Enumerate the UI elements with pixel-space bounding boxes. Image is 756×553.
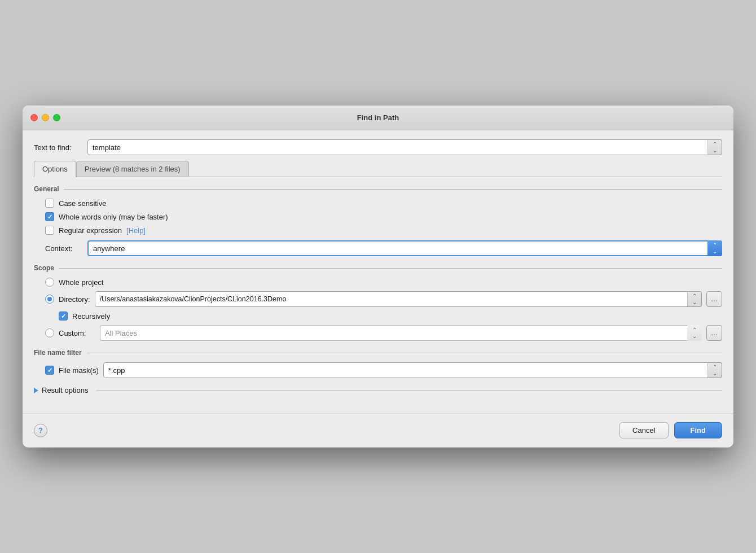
case-sensitive-checkbox[interactable] bbox=[45, 199, 54, 208]
file-mask-row: File mask(s) bbox=[45, 362, 722, 378]
find-input[interactable] bbox=[87, 139, 722, 155]
cancel-button[interactable]: Cancel bbox=[619, 422, 668, 438]
recursively-checkbox[interactable] bbox=[59, 311, 68, 321]
directory-row: Directory: … bbox=[45, 291, 722, 307]
custom-radio[interactable] bbox=[45, 328, 54, 337]
result-options-row[interactable]: Result options bbox=[34, 386, 722, 394]
scope-header: Scope bbox=[34, 264, 722, 272]
custom-select[interactable]: All Places bbox=[100, 325, 702, 341]
result-options-triangle[interactable] bbox=[34, 388, 38, 393]
case-sensitive-label: Case sensitive bbox=[59, 199, 107, 208]
context-label: Context: bbox=[45, 244, 82, 253]
file-mask-checkbox[interactable] bbox=[45, 366, 54, 375]
find-input-wrapper bbox=[87, 139, 722, 155]
whole-project-label: Whole project bbox=[59, 278, 103, 287]
find-label: Text to find: bbox=[34, 143, 82, 152]
whole-project-radio[interactable] bbox=[45, 278, 54, 287]
directory-browse-button[interactable]: … bbox=[706, 291, 722, 307]
custom-label: Custom: bbox=[59, 329, 95, 337]
context-row: Context: anywhere bbox=[45, 240, 722, 256]
help-button[interactable]: ? bbox=[34, 424, 47, 437]
whole-words-row: Whole words only (may be faster) bbox=[45, 212, 722, 221]
custom-spinner[interactable] bbox=[687, 325, 702, 341]
dir-spinner[interactable] bbox=[687, 291, 702, 307]
file-filter-title: File name filter bbox=[34, 349, 82, 357]
directory-input[interactable] bbox=[95, 291, 702, 307]
mask-input-wrapper bbox=[103, 362, 722, 378]
context-select[interactable]: anywhere bbox=[87, 240, 722, 256]
find-input-spinner[interactable] bbox=[707, 139, 722, 155]
minimize-button[interactable] bbox=[42, 114, 49, 121]
whole-words-checkbox[interactable] bbox=[45, 212, 54, 221]
regex-checkbox[interactable] bbox=[45, 226, 54, 235]
whole-project-row: Whole project bbox=[45, 278, 722, 287]
recursively-row: Recursively bbox=[59, 311, 722, 321]
regex-label: Regular expression bbox=[59, 226, 122, 235]
general-section: General Case sensitive Whole words only … bbox=[34, 185, 722, 256]
directory-radio[interactable] bbox=[45, 295, 54, 304]
scope-line bbox=[59, 268, 722, 269]
close-button[interactable] bbox=[30, 114, 38, 121]
regex-row: Regular expression [Help] bbox=[45, 226, 722, 235]
find-button[interactable]: Find bbox=[674, 422, 722, 438]
recursively-label: Recursively bbox=[72, 312, 110, 321]
general-title: General bbox=[34, 185, 59, 193]
dialog-title: Find in Path bbox=[357, 113, 399, 122]
dir-input-wrapper bbox=[95, 291, 702, 307]
file-filter-section: File name filter File mask(s) bbox=[34, 349, 722, 378]
scope-section: Scope Whole project Directory: … bbox=[34, 264, 722, 341]
tab-options[interactable]: Options bbox=[34, 161, 76, 177]
directory-label: Directory: bbox=[59, 295, 90, 304]
maximize-button[interactable] bbox=[53, 114, 60, 121]
regex-help-link[interactable]: [Help] bbox=[126, 226, 146, 235]
traffic-lights bbox=[30, 114, 60, 121]
tabs-bar: Options Preview (8 matches in 2 files) bbox=[34, 161, 722, 177]
general-header: General bbox=[34, 185, 722, 193]
action-buttons: Cancel Find bbox=[619, 422, 722, 438]
find-in-path-dialog: Find in Path Text to find: Options Previ… bbox=[23, 106, 733, 447]
file-mask-input[interactable] bbox=[103, 362, 722, 378]
file-filter-line bbox=[86, 353, 722, 353]
general-line bbox=[64, 189, 722, 190]
scope-title: Scope bbox=[34, 264, 54, 272]
context-select-wrapper: anywhere bbox=[87, 240, 722, 256]
mask-spinner[interactable] bbox=[707, 362, 722, 378]
file-mask-label: File mask(s) bbox=[59, 366, 99, 375]
tab-preview[interactable]: Preview (8 matches in 2 files) bbox=[76, 161, 189, 177]
dialog-content: Text to find: Options Preview (8 matches… bbox=[23, 130, 733, 406]
titlebar: Find in Path bbox=[23, 106, 733, 130]
custom-row: Custom: All Places … bbox=[45, 325, 722, 341]
custom-select-wrapper: All Places bbox=[100, 325, 702, 341]
context-spinner[interactable] bbox=[707, 240, 722, 256]
find-row: Text to find: bbox=[34, 139, 722, 155]
custom-browse-button[interactable]: … bbox=[706, 325, 722, 341]
result-options-line bbox=[96, 390, 722, 390]
result-options-label: Result options bbox=[42, 386, 88, 394]
whole-words-label: Whole words only (may be faster) bbox=[59, 213, 168, 221]
case-sensitive-row: Case sensitive bbox=[45, 199, 722, 208]
bottom-bar: ? Cancel Find bbox=[23, 414, 733, 447]
file-filter-header: File name filter bbox=[34, 349, 722, 357]
